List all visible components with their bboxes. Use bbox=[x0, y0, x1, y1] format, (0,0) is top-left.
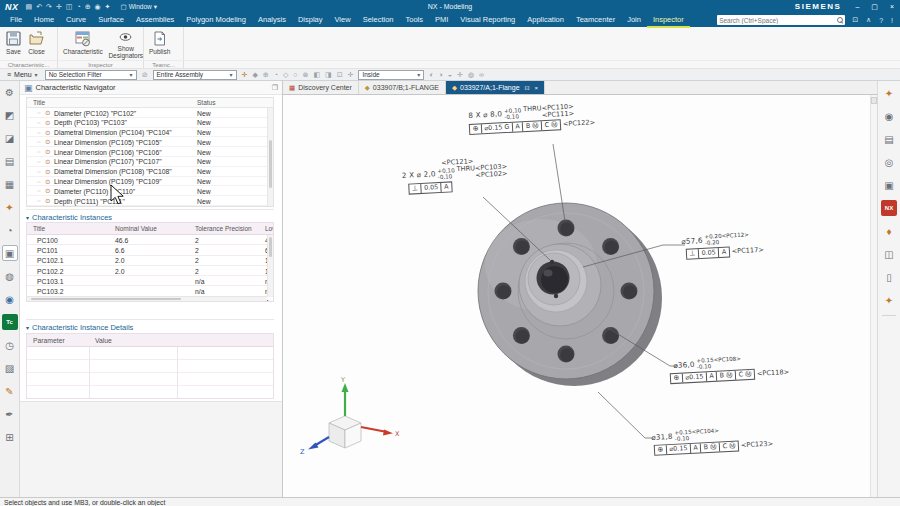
nx-home-icon[interactable]: NX bbox=[881, 200, 897, 216]
alert-icon[interactable]: ! bbox=[888, 17, 896, 24]
toolbar-icon[interactable]: ✛ bbox=[241, 71, 249, 79]
menu-item-selection[interactable]: Selection bbox=[357, 12, 400, 28]
menu-item-curve[interactable]: Curve bbox=[60, 12, 92, 28]
publish-button[interactable]: Publish bbox=[146, 28, 173, 59]
navigator-row[interactable]: ╌⊙Linear Dimension (PC109) "PC109"New bbox=[27, 177, 273, 187]
document-icon[interactable]: ▯ bbox=[881, 269, 897, 285]
collapse-ribbon-icon[interactable]: ∧ bbox=[863, 16, 874, 24]
notes-icon[interactable]: ✒ bbox=[2, 406, 18, 422]
menu-button[interactable]: ≡ Menu ▾ bbox=[4, 71, 41, 78]
instance-row[interactable]: PC103.1n/an bbox=[27, 276, 273, 286]
section-instance-details[interactable]: ▾ Characteristic Instance Details bbox=[26, 319, 274, 332]
assembly-navigator-icon[interactable]: ▦ bbox=[2, 176, 18, 192]
toolbar-icon[interactable]: ◆ bbox=[251, 71, 258, 79]
toolbar-icon[interactable]: ◒ bbox=[447, 71, 453, 79]
toolbar-icon[interactable]: ⊕ bbox=[262, 71, 270, 79]
toolbar-icon[interactable]: ◨ bbox=[324, 71, 333, 79]
qat-icon[interactable]: ◫ bbox=[66, 3, 73, 11]
save-view-icon[interactable]: ▤ bbox=[881, 131, 897, 147]
close-button[interactable]: × bbox=[884, 3, 900, 10]
menu-item-pmi[interactable]: PMI bbox=[429, 12, 454, 28]
collapse-icon[interactable]: ▾ bbox=[26, 214, 29, 221]
characteristic-button[interactable]: Characteristic bbox=[60, 28, 106, 59]
toolbar-icon[interactable]: ◇ bbox=[282, 71, 289, 79]
graphics-canvas[interactable]: Y X Z 8 X ⌀ 8,0 +0,10-0,10 THRU<PC110><P… bbox=[283, 95, 877, 497]
stamp-icon[interactable]: ♦ bbox=[881, 223, 897, 239]
menu-item-display[interactable]: Display bbox=[292, 12, 329, 28]
minimize-button[interactable]: – bbox=[849, 3, 865, 10]
menu-item-analysis[interactable]: Analysis bbox=[252, 12, 292, 28]
qat-icon[interactable]: ✛ bbox=[56, 3, 62, 11]
part-family-icon[interactable]: ◪ bbox=[2, 130, 18, 146]
qat-icon[interactable]: ⊕ bbox=[85, 3, 91, 11]
favorites-icon[interactable]: ✦ bbox=[881, 292, 897, 308]
history-icon[interactable]: ◔ bbox=[2, 222, 18, 238]
filter-reset-icon[interactable]: ⊘ bbox=[141, 71, 149, 79]
navigator-row[interactable]: ╌⊙Linear Dimension (PC107) "PC107"New bbox=[27, 157, 273, 167]
settings-icon[interactable]: ⚙ bbox=[2, 84, 18, 100]
menu-item-file[interactable]: File bbox=[4, 12, 28, 28]
save-button[interactable]: Save bbox=[2, 28, 25, 59]
search-input[interactable] bbox=[719, 17, 837, 24]
qat-icon[interactable]: ↷ bbox=[46, 3, 52, 11]
details-row[interactable] bbox=[27, 347, 273, 360]
instances-vscrollbar[interactable] bbox=[267, 235, 273, 296]
instance-row[interactable]: PC1016.626 bbox=[27, 245, 273, 255]
selection-filter-combo[interactable]: No Selection Filter ▾ bbox=[45, 70, 137, 80]
group-label-inspector[interactable]: Inspector bbox=[58, 61, 144, 68]
navigator-row[interactable]: ╌⊙Linear Dimension (PC106) "PC106"New bbox=[27, 147, 273, 157]
menu-item-join[interactable]: Join bbox=[621, 12, 647, 28]
pmi-annotation-dia-57[interactable]: ⌀57,6 +0.20<PC112>-0.20 ⊥0.05A <PC117> bbox=[681, 231, 764, 260]
visual-reports-icon[interactable]: ✎ bbox=[2, 383, 18, 399]
undock-icon[interactable]: ❐ bbox=[272, 84, 278, 92]
restore-button[interactable]: ▢ bbox=[865, 3, 884, 10]
group-label-teamcenter[interactable]: Teamc... bbox=[144, 61, 184, 68]
section-characteristic-instances[interactable]: ▾ Characteristic Instances bbox=[26, 209, 274, 222]
toolbar-icon[interactable]: ○ bbox=[292, 71, 298, 79]
search-icon[interactable] bbox=[837, 17, 843, 23]
navigator-row[interactable]: ╌⊙Linear Dimension (PC105) "PC105"New bbox=[27, 137, 273, 147]
web-browser-icon[interactable]: ◉ bbox=[2, 291, 18, 307]
characteristic-navigator-icon[interactable]: ▣ bbox=[2, 245, 18, 261]
layers-icon[interactable]: ▤ bbox=[2, 153, 18, 169]
instance-row[interactable]: PC102.22.021 bbox=[27, 266, 273, 276]
navigator-scrollbar[interactable] bbox=[267, 108, 273, 206]
menu-item-view[interactable]: View bbox=[329, 12, 357, 28]
teamcenter-icon[interactable]: Tc bbox=[2, 314, 18, 330]
toolbar-icon[interactable]: ⊡ bbox=[336, 71, 344, 79]
menu-item-application[interactable]: Application bbox=[521, 12, 570, 28]
selection-scope-combo[interactable]: Entire Assembly ▾ bbox=[153, 70, 237, 80]
navigator-row[interactable]: ╌⊙Diametral Dimension (PC108) "PC108"New bbox=[27, 167, 273, 177]
details-row[interactable] bbox=[27, 373, 273, 386]
fullscreen-icon[interactable]: ⊡ bbox=[849, 16, 861, 24]
group-label-characteristic[interactable]: Characteristic... bbox=[0, 61, 58, 68]
navigator-row[interactable]: ╌⊙Diameter (PC102) "PC102"New bbox=[27, 108, 273, 118]
characteristic-tool-icon[interactable]: ▣ bbox=[881, 177, 897, 193]
doc-tab-033927-a-1-flange[interactable]: ◆033927/A;1-Flange⊡× bbox=[446, 81, 545, 94]
model-views-icon[interactable]: ✦ bbox=[881, 85, 897, 101]
window-menu[interactable]: ▢ Window ▾ bbox=[120, 3, 157, 11]
doc-tab-discovery-center[interactable]: ▦Discovery Center bbox=[283, 81, 359, 94]
navigator-row[interactable]: ╌⊙Diameter (PC110) "PC110"New bbox=[27, 186, 273, 196]
qat-icon[interactable]: ◉ bbox=[95, 3, 101, 11]
qat-icon[interactable]: ↶ bbox=[36, 3, 42, 11]
menu-item-surface[interactable]: Surface bbox=[92, 12, 130, 28]
graphics-scrollbar[interactable] bbox=[870, 95, 877, 497]
toolbar-icon[interactable]: ◔ bbox=[273, 71, 279, 79]
process-studio-icon[interactable]: ◷ bbox=[2, 337, 18, 353]
collapse-icon[interactable]: ▾ bbox=[26, 324, 29, 331]
qat-icon[interactable]: ▤ bbox=[26, 3, 33, 11]
qat-icon[interactable]: ✦ bbox=[105, 3, 111, 11]
section-view-icon[interactable]: ◫ bbox=[881, 246, 897, 262]
inside-combo[interactable]: Inside ▾ bbox=[358, 70, 424, 80]
instance-row[interactable]: PC102.12.021 bbox=[27, 256, 273, 266]
navigator-row[interactable]: ╌⊙Depth (PC103) "PC103"New bbox=[27, 118, 273, 128]
menu-item-inspector[interactable]: Inspector bbox=[647, 12, 690, 28]
roles-icon[interactable]: ◩ bbox=[2, 107, 18, 123]
menu-item-teamcenter[interactable]: Teamcenter bbox=[570, 12, 621, 28]
qat-icon[interactable]: ◔ bbox=[76, 3, 80, 10]
menu-item-visual-reporting[interactable]: Visual Reporting bbox=[454, 12, 521, 28]
toolbar-icon[interactable]: ◐ bbox=[428, 71, 434, 79]
pmi-annotation-2x-hole[interactable]: <PC121> 2 X ⌀ 2,0 +0,10-0,10 THRU<PC103>… bbox=[401, 155, 508, 194]
toolbar-icon[interactable]: ◍ bbox=[467, 71, 475, 79]
